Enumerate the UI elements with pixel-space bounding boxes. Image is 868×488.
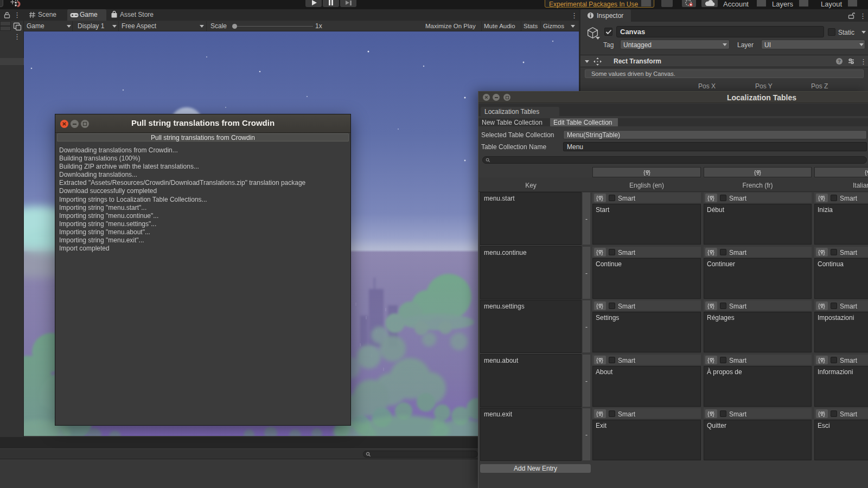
svg-text:?: ? xyxy=(838,59,841,64)
